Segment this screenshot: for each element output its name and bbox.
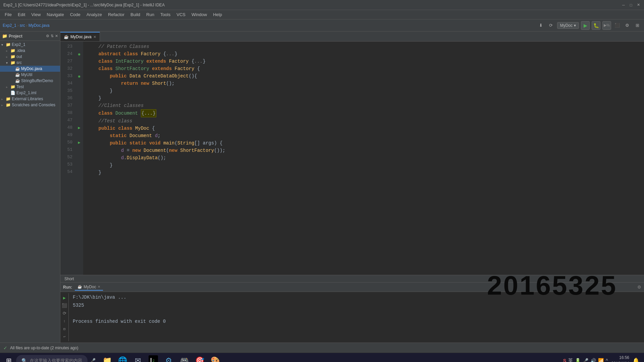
menu-vcs[interactable]: VCS [174,11,188,18]
code-editor[interactable]: 23 24 27 32 33 34 35 36 37 38 47 48 49 5… [60,42,644,275]
svg-text:J: J [153,359,154,362]
sound-icon[interactable]: 🔊 [590,358,596,362]
tree-myutil[interactable]: ☕ MyUtil [0,72,60,78]
tree-label: src [16,60,22,65]
code-line-49: static Document d; [87,132,644,139]
microphone-icon[interactable]: 🎤 [89,357,97,362]
battery-icon[interactable]: 🔋 [575,358,581,362]
run-icon: ☕ [77,285,82,289]
taskbar-search[interactable]: 🔍 在这里输入你要搜索的内容 [16,355,88,362]
taskbar-right: S 英 🔋 🎤 🔊 📶 ^ 16:56 2018/4/14 🔔 [563,355,643,362]
mic-sys-icon[interactable]: 🎤 [583,358,588,362]
menu-file[interactable]: File [2,11,14,18]
toolbar-download-icon[interactable]: ⬇ [537,21,545,29]
folder-icon: 📁 [10,84,15,89]
tree-stringbuffer[interactable]: ☕ StringBufferDemo [0,78,60,84]
close-btn[interactable]: ✕ [636,3,641,7]
taskbar-app-intellij[interactable]: I J [146,353,161,362]
project-panel: 📁 Project ⚙ ⇅ ✕ ▾ 📁 Exp2_1 ▸ 📁 .idea ▸ [0,32,60,343]
panel-settings-icon[interactable]: ⚙ [46,34,49,38]
notifications-icon[interactable]: 🔔 [633,357,639,362]
folder-icon: 📁 [6,103,11,107]
toolbar-settings-icon[interactable]: ⚙ [623,21,631,29]
breadcrumb-file[interactable]: MyDoc.java [29,23,50,28]
tree-iml[interactable]: 📄 Exp2_1.iml [0,90,60,96]
menu-view[interactable]: View [29,11,43,18]
code-line-33: public Data CreateDataObject(){ [87,72,644,80]
menu-build[interactable]: Build [128,11,143,18]
run-process-line: Process finished with exit code 0 [73,317,640,325]
tree-src[interactable]: ▾ 📁 src [0,60,60,66]
menu-edit[interactable]: Edit [15,11,28,18]
code-content[interactable]: // Pattern Classes abstract class Factor… [83,42,644,275]
run-filter-btn[interactable]: ⊟ [61,325,68,332]
taskbar-app-gear[interactable]: ⚙ [161,353,176,362]
tree-mydoc[interactable]: ☕ MyDoc.java [0,66,60,72]
menu-refactor[interactable]: Refactor [105,11,127,18]
taskbar-app-app6[interactable]: 🎯 [192,353,207,362]
menu-help[interactable]: Help [210,11,225,18]
tree-ext-libraries[interactable]: ▸ 📁 External Libraries [0,96,60,102]
panel-close-icon[interactable]: ✕ [55,34,58,38]
editor-tab-mydoc[interactable]: ☕ MyDoc.java ✕ [60,32,100,41]
run-tab-close[interactable]: ✕ [98,285,100,289]
code-line-52: d.DisplayData(); [87,154,644,162]
toolbar-grid-icon[interactable]: ⊞ [633,21,641,29]
arrow-icon: ▾ [1,43,5,47]
run-config-selector[interactable]: MyDoc ▾ [557,22,579,29]
tree-root[interactable]: ▾ 📁 Exp2_1 [0,42,60,48]
run-play-btn[interactable]: ▶ [61,295,68,301]
menu-navigate[interactable]: Navigate [44,11,66,18]
menu-code[interactable]: Code [67,11,83,18]
breadcrumb-project[interactable]: Exp2_1 [3,23,16,28]
maximize-btn[interactable]: □ [629,3,633,7]
breadcrumb-src[interactable]: src [20,23,25,28]
lang-icon: 英 [568,358,573,362]
run-stop-btn[interactable]: ⬛ [61,302,68,309]
tree-idea[interactable]: ▸ 📁 .idea [0,48,60,54]
panel-title: Project [9,34,22,39]
minimize-btn[interactable]: ─ [621,3,626,7]
run-settings-icon[interactable]: ⚙ [637,285,641,290]
panel-sort-icon[interactable]: ⇅ [51,34,54,38]
tree-scratches[interactable]: ▸ 📁 Scratches and Consoles [0,102,60,108]
tree-out[interactable]: ▸ 📁 out [0,54,60,60]
panel-header: 📁 Project ⚙ ⇅ ✕ [0,32,60,41]
arrow-icon: ▸ [1,103,5,107]
taskbar: ⊞ 🔍 在这里输入你要搜索的内容 🎤 📁 🌐 ✉ I J ⚙ 🎮 🎯 🎨 S 英… [0,353,644,362]
run-button[interactable]: ▶ [581,21,590,30]
code-line-50: public static void main(String[] args) { [87,139,644,147]
menu-bar: File Edit View Navigate Code Analyze Ref… [0,10,644,19]
toolbar: Exp2_1 › src › MyDoc.java ⬇ ⟳ MyDoc ▾ ▶ … [0,19,644,32]
taskbar-app-browser[interactable]: 🌐 [115,353,130,362]
run-side-controls: ▶ ⬛ ⟳ ↕ ⊟ ↩ [60,293,69,341]
menu-run[interactable]: Run [144,11,157,18]
toolbar-update-icon[interactable]: ⟳ [547,21,555,29]
coverage-button[interactable]: ▶% [602,21,611,30]
run-output-wrapper: F:\JDK\bin\java ... 5325 Process finishe… [69,293,644,341]
taskbar-app-explorer[interactable]: 📁 [100,353,114,362]
start-button[interactable]: ⊞ [1,353,16,362]
wifi-icon[interactable]: 📶 [598,358,604,362]
search-placeholder[interactable]: 在这里输入你要搜索的内容 [30,358,82,362]
menu-tools[interactable]: Tools [158,11,173,18]
tree-label: Exp2_1 [12,42,25,47]
run-wrap-btn[interactable]: ↩ [61,333,68,340]
java-file-icon: ☕ [15,78,20,83]
tab-close-btn[interactable]: ✕ [93,35,96,39]
menu-window[interactable]: Window [189,11,210,18]
tree-label: MyUtil [21,72,32,77]
run-scroll-btn[interactable]: ↕ [61,318,68,324]
stop-button[interactable]: ⬛ [613,21,621,29]
menu-analyze[interactable]: Analyze [84,11,105,18]
taskbar-app-app7[interactable]: 🎨 [208,353,222,362]
run-tab-name: MyDoc [84,285,96,289]
debug-button[interactable]: 🐛 [592,21,600,30]
breadcrumb: Exp2_1 › src › MyDoc.java [3,23,49,28]
run-tab[interactable]: ☕ MyDoc ✕ [75,284,103,291]
tree-test[interactable]: ▸ 📁 Test [0,84,60,90]
taskbar-app-unity[interactable]: 🎮 [177,353,192,362]
chevron-icon[interactable]: ^ [606,358,608,362]
run-rerun-btn[interactable]: ⟳ [61,310,68,317]
taskbar-app-email[interactable]: ✉ [130,353,145,362]
